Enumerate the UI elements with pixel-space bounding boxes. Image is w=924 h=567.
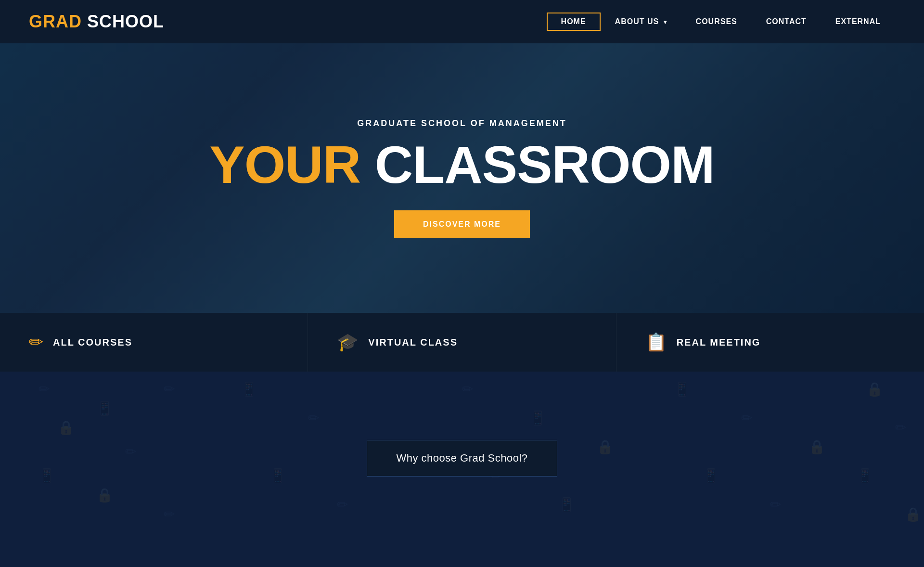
pattern-icon-9: 📱 — [241, 381, 257, 397]
clipboard-icon: 📋 — [645, 332, 667, 352]
graduation-cap-icon: 🎓 — [337, 332, 359, 352]
cards-section: ✏ ALL COURSES 🎓 VIRTUAL CLASS 📋 REAL MEE… — [0, 313, 924, 372]
card-virtual-class[interactable]: 🎓 VIRTUAL CLASS — [308, 313, 616, 372]
pattern-icon-18: 📱 — [558, 497, 575, 513]
card-virtual-class-label: VIRTUAL CLASS — [368, 337, 458, 348]
pattern-icon-7: 🔒 — [96, 487, 113, 503]
pencil-icon: ✏ — [29, 332, 43, 352]
pattern-icon-19: 📱 — [674, 381, 691, 397]
pattern-icon-20: ✏ — [741, 410, 752, 426]
pattern-icon-2: 📱 — [96, 400, 113, 416]
card-real-meeting-label: REAL MEETING — [677, 337, 761, 348]
card-real-meeting[interactable]: 📋 REAL MEETING — [616, 313, 924, 372]
nav-link-courses[interactable]: COURSES — [681, 13, 752, 31]
nav-item-about[interactable]: ABOUT US ▾ — [601, 13, 681, 31]
nav-link-contact[interactable]: CONTACT — [752, 13, 821, 31]
pattern-icon-13: ✏ — [337, 497, 348, 513]
pattern-icon-24: 🔒 — [866, 381, 883, 397]
nav-item-contact[interactable]: CONTACT — [752, 13, 821, 31]
lower-section: ✏ 📱 ✏ 🔒 ✏ 📱 🔒 ✏ 📱 ✏ 🔒 📱 ✏ ✏ 📱 🔒 ✏ 📱 📱 ✏ … — [0, 372, 924, 545]
pattern-icon-26: 📱 — [857, 468, 873, 484]
pattern-icon-4: 🔒 — [58, 420, 75, 436]
pattern-icon-27: 🔒 — [905, 506, 922, 522]
card-all-courses-label: ALL COURSES — [53, 337, 132, 348]
hero-content: GRADUATE SCHOOL OF MANAGEMENT YOUR CLASS… — [209, 118, 714, 238]
navbar: GRAD SCHOOL HOME ABOUT US ▾ COURSES CONT… — [0, 0, 924, 43]
pattern-icon-23: ✏ — [770, 497, 781, 513]
pattern-icon-10: ✏ — [308, 410, 319, 426]
chevron-down-icon: ▾ — [664, 19, 667, 26]
logo-grad: GRAD — [29, 12, 82, 31]
logo[interactable]: GRAD SCHOOL — [29, 12, 164, 32]
pattern-icon-14: ✏ — [462, 381, 473, 397]
hero-section: GRADUATE SCHOOL OF MANAGEMENT YOUR CLASS… — [0, 43, 924, 313]
nav-item-courses[interactable]: COURSES — [681, 13, 752, 31]
pattern-icon-16: 🔒 — [597, 439, 614, 455]
nav-link-about[interactable]: ABOUT US ▾ — [601, 13, 681, 31]
pattern-icon-12: 📱 — [270, 468, 286, 484]
pattern-icon-21: 🔒 — [808, 439, 825, 455]
pattern-icon-5: ✏ — [125, 444, 136, 460]
discover-more-button[interactable]: DISCOVER MORE — [394, 210, 530, 238]
pattern-icon-15: 📱 — [529, 410, 546, 426]
logo-school: SCHOOL — [82, 12, 164, 31]
nav-item-home[interactable]: HOME — [547, 13, 601, 31]
pattern-icon-6: 📱 — [38, 468, 55, 484]
hero-title-your: YOUR — [209, 135, 360, 194]
nav-link-home[interactable]: HOME — [547, 13, 601, 31]
pattern-icon-25: ✏ — [895, 420, 906, 436]
card-all-courses[interactable]: ✏ ALL COURSES — [0, 313, 308, 372]
hero-subtitle: GRADUATE SCHOOL OF MANAGEMENT — [209, 118, 714, 129]
nav-links: HOME ABOUT US ▾ COURSES CONTACT EXTERNAL — [547, 13, 895, 31]
hero-title: YOUR CLASSROOM — [209, 138, 714, 191]
pattern-icon-3: ✏ — [164, 381, 175, 397]
why-choose-label: Why choose Grad School? — [396, 452, 527, 464]
pattern-icon-22: 📱 — [703, 468, 719, 484]
nav-item-external[interactable]: EXTERNAL — [821, 13, 895, 31]
pattern-icon-8: ✏ — [164, 506, 175, 522]
hero-title-classroom: CLASSROOM — [360, 135, 715, 194]
pattern-icon-1: ✏ — [38, 381, 50, 397]
nav-link-external[interactable]: EXTERNAL — [821, 13, 895, 31]
why-choose-box[interactable]: Why choose Grad School? — [367, 440, 557, 477]
